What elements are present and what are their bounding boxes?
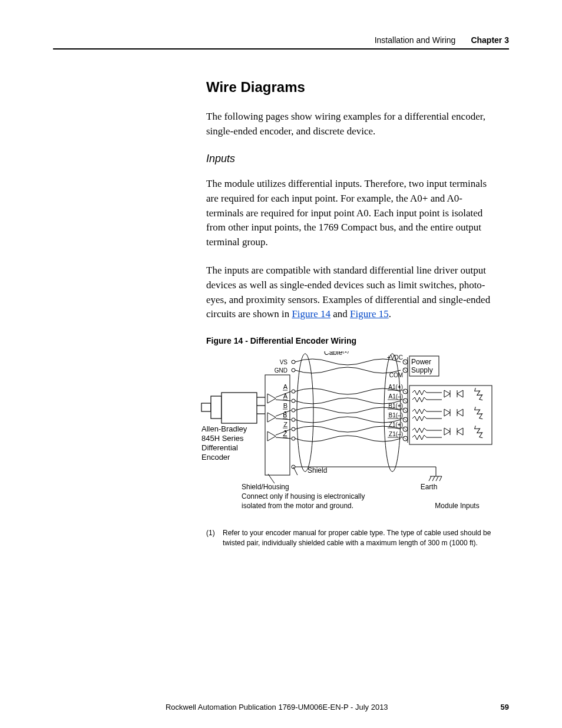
footer-page-number: 59 xyxy=(501,703,509,711)
label-a1p: A1(+) xyxy=(388,384,403,390)
svg-line-80 xyxy=(429,476,431,481)
label-a1m: A1(–) xyxy=(389,393,403,400)
subsection-title: Inputs xyxy=(206,153,497,165)
svg-rect-0 xyxy=(201,403,211,411)
earth-ground-icon xyxy=(401,467,442,481)
header-section: Installation and Wiring xyxy=(375,35,456,45)
svg-point-13 xyxy=(292,399,295,403)
label-module-inputs: Module Inputs xyxy=(435,502,479,510)
label-zbar: Z̄ xyxy=(283,430,287,437)
svg-point-31 xyxy=(297,354,313,472)
label-z: Z xyxy=(283,421,287,428)
svg-rect-2 xyxy=(222,393,257,423)
header-chapter: Chapter 3 xyxy=(471,35,509,45)
paragraph-2: The inputs are compatible with standard … xyxy=(206,263,497,322)
label-cable: Cable(1) xyxy=(324,351,349,357)
figure-15-link[interactable]: Figure 15 xyxy=(350,308,389,319)
footnote-marker: (1) xyxy=(206,528,217,548)
label-b1m: B1(–) xyxy=(389,412,403,419)
page-header: Installation and Wiring Chapter 3 xyxy=(53,35,509,45)
page-footer: Rockwell Automation Publication 1769-UM0… xyxy=(53,703,509,711)
wiring-diagram: VS GND A Ā B B̄ Z Z̄ xyxy=(200,351,495,516)
svg-point-12 xyxy=(292,390,295,393)
label-com: COM xyxy=(389,372,403,378)
svg-line-81 xyxy=(432,476,435,481)
power-supply-icon: Power Supply xyxy=(409,356,439,376)
label-enc2: 845H Series xyxy=(201,434,244,443)
label-abar: Ā xyxy=(283,393,288,400)
figure-14-link[interactable]: Figure 14 xyxy=(292,308,330,319)
svg-point-11 xyxy=(292,368,295,372)
label-enc1: Allen-Bradley xyxy=(201,424,247,433)
label-earth: Earth xyxy=(421,483,438,491)
label-enc3: Differential xyxy=(201,443,238,452)
svg-point-16 xyxy=(292,427,295,431)
section-title: Wire Diagrams xyxy=(206,79,497,95)
paragraph-1: The module utilizes differential inputs.… xyxy=(206,177,497,249)
svg-point-17 xyxy=(292,437,295,440)
terminal-block-icon xyxy=(403,357,408,443)
divider xyxy=(53,48,509,50)
svg-line-82 xyxy=(436,476,438,481)
cable-icon xyxy=(295,354,401,472)
label-note-l1: Connect only if housing is electronicall… xyxy=(242,492,365,500)
label-vdc: +VDC xyxy=(387,354,403,361)
intro-paragraph: The following pages show wiring examples… xyxy=(206,110,497,139)
svg-point-14 xyxy=(292,409,295,412)
module-inputs-icon xyxy=(409,386,492,444)
label-power: Power xyxy=(411,358,431,366)
para2-text-c: . xyxy=(389,308,391,319)
para2-text-b: and xyxy=(330,308,350,319)
svg-point-15 xyxy=(292,418,295,421)
label-z1m: Z1(–) xyxy=(389,431,403,437)
label-b: B xyxy=(283,402,287,409)
svg-line-83 xyxy=(439,476,442,481)
figure-caption: Figure 14 - Differential Encoder Wiring xyxy=(206,336,497,345)
label-gnd: GND xyxy=(275,367,287,374)
footnote: (1) Refer to your encoder manual for pro… xyxy=(206,528,497,548)
diagram-svg: VS GND A Ā B B̄ Z Z̄ xyxy=(200,351,501,525)
footer-publication: Rockwell Automation Publication 1769-UM0… xyxy=(53,703,501,711)
label-a: A xyxy=(283,383,288,390)
svg-point-10 xyxy=(292,360,295,364)
label-z1p: Z1(+) xyxy=(389,421,403,428)
label-shield: Shield xyxy=(308,466,327,475)
label-enc4: Encoder xyxy=(201,453,230,462)
label-note-l2: isolated from the motor and ground. xyxy=(242,502,353,510)
svg-line-84 xyxy=(293,467,297,475)
label-b1p: B1(+) xyxy=(388,403,403,409)
label-vs: VS xyxy=(280,359,288,365)
svg-rect-1 xyxy=(211,396,222,419)
label-supply: Supply xyxy=(411,366,433,374)
label-shield-housing: Shield/Housing xyxy=(242,483,289,491)
label-bbar: B̄ xyxy=(283,411,287,419)
footnote-text: Refer to your encoder manual for proper … xyxy=(223,528,497,548)
